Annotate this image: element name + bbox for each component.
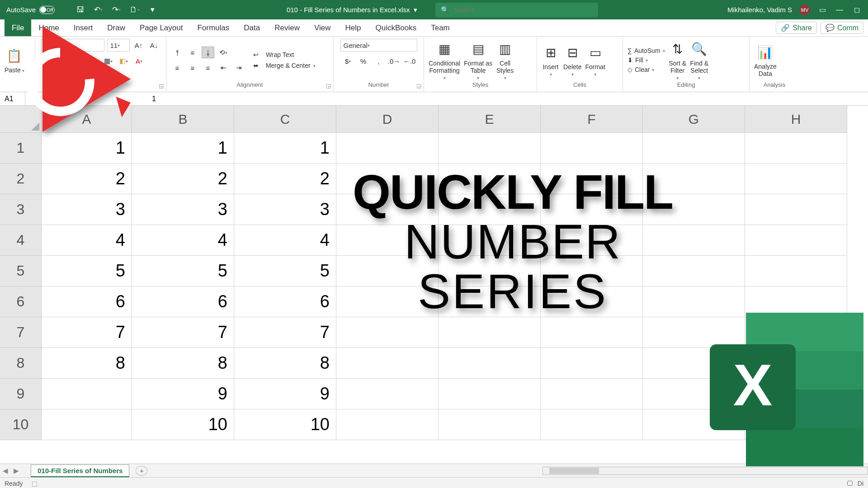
cell-C1[interactable]: 1 xyxy=(234,133,336,164)
cell-G9[interactable] xyxy=(643,379,745,409)
align-center-icon[interactable]: ≡ xyxy=(186,62,199,74)
row-header-10[interactable]: 10 xyxy=(0,409,42,440)
cell-A6[interactable]: 6 xyxy=(42,286,132,317)
cell-H4[interactable] xyxy=(745,225,847,256)
menu-tab-data[interactable]: Data xyxy=(236,19,267,36)
cell-G10[interactable] xyxy=(643,409,745,440)
menu-tab-file[interactable]: File xyxy=(5,19,31,36)
col-header-A[interactable]: A xyxy=(42,106,132,133)
currency-icon[interactable]: $ xyxy=(342,55,354,67)
row-header-7[interactable]: 7 xyxy=(0,317,42,348)
cell-B7[interactable]: 7 xyxy=(132,317,234,348)
bold-button[interactable]: B xyxy=(56,55,69,67)
orientation-icon[interactable]: ⟲ xyxy=(217,47,230,58)
user-avatar[interactable]: MV xyxy=(799,5,810,15)
macro-record-icon[interactable]: ⬚ xyxy=(32,480,38,487)
col-header-C[interactable]: C xyxy=(234,106,336,133)
cell-B5[interactable]: 5 xyxy=(132,256,234,286)
cell-C6[interactable]: 6 xyxy=(234,286,336,317)
col-header-D[interactable]: D xyxy=(336,106,439,133)
cell-B2[interactable]: 2 xyxy=(132,164,234,194)
redo-icon[interactable]: ↷ xyxy=(112,5,121,14)
font-color-button[interactable]: A xyxy=(133,55,146,67)
cell-H2[interactable] xyxy=(745,164,847,194)
align-left-icon[interactable]: ≡ xyxy=(171,62,184,74)
align-right-icon[interactable]: ≡ xyxy=(202,62,214,74)
cell-D6[interactable] xyxy=(336,286,439,317)
cell-H7[interactable] xyxy=(745,317,847,348)
cell-E1[interactable] xyxy=(439,133,541,164)
cell-G3[interactable] xyxy=(643,194,745,225)
row-header-3[interactable]: 3 xyxy=(0,194,42,225)
menu-tab-view[interactable]: View xyxy=(307,19,338,36)
undo-icon[interactable]: ↶ xyxy=(94,5,103,14)
decrease-font-icon[interactable]: A↓ xyxy=(148,39,160,51)
cell-F2[interactable] xyxy=(541,164,643,194)
cell-D2[interactable] xyxy=(336,164,439,194)
cell-D7[interactable] xyxy=(336,317,439,348)
menu-tab-team[interactable]: Team xyxy=(424,19,457,36)
decrease-decimal-icon[interactable]: ←.0 xyxy=(403,55,416,67)
clear-button[interactable]: ◇Clear xyxy=(627,66,665,73)
borders-button[interactable]: ▦ xyxy=(102,55,115,67)
cell-A4[interactable]: 4 xyxy=(42,225,132,256)
cell-F6[interactable] xyxy=(541,286,643,317)
row-header-4[interactable]: 4 xyxy=(0,225,42,256)
qat-customize-icon[interactable]: ▾ xyxy=(148,5,157,14)
menu-tab-home[interactable]: Home xyxy=(31,19,66,36)
cell-H9[interactable] xyxy=(745,379,847,409)
save-icon[interactable]: 🖫 xyxy=(76,5,85,14)
cell-D3[interactable] xyxy=(336,194,439,225)
cell-F9[interactable] xyxy=(541,379,643,409)
cell-A7[interactable]: 7 xyxy=(42,317,132,348)
new-file-icon[interactable]: 🗋 xyxy=(130,5,139,14)
cell-B6[interactable]: 6 xyxy=(132,286,234,317)
cell-A3[interactable]: 3 xyxy=(42,194,132,225)
cell-H3[interactable] xyxy=(745,194,847,225)
search-box[interactable]: 🔍 xyxy=(435,3,598,17)
comments-button[interactable]: 💬Comm xyxy=(821,22,863,34)
find-select-button[interactable]: 🔍Find & Select xyxy=(690,40,708,80)
cell-F3[interactable] xyxy=(541,194,643,225)
cell-A8[interactable]: 8 xyxy=(42,348,132,379)
cell-H5[interactable] xyxy=(745,256,847,286)
cell-G4[interactable] xyxy=(643,225,745,256)
cell-G1[interactable] xyxy=(643,133,745,164)
cell-B9[interactable]: 9 xyxy=(132,379,234,409)
increase-font-icon[interactable]: A↑ xyxy=(132,39,145,51)
sort-filter-button[interactable]: ⇅Sort & Filter xyxy=(669,40,687,80)
cell-C2[interactable]: 2 xyxy=(234,164,336,194)
cell-H10[interactable] xyxy=(745,409,847,440)
align-middle-icon[interactable]: ≡ xyxy=(186,47,199,58)
horizontal-scrollbar[interactable] xyxy=(542,467,868,475)
cell-E3[interactable] xyxy=(439,194,541,225)
cell-B1[interactable]: 1 xyxy=(132,133,234,164)
filename[interactable]: 010 - Fill Series of Numbers in Excel.xl… xyxy=(287,6,417,14)
merge-center-button[interactable]: ⬌ Merge & Center xyxy=(253,62,316,69)
cell-D4[interactable] xyxy=(336,225,439,256)
col-header-G[interactable]: G xyxy=(643,106,745,133)
cell-E2[interactable] xyxy=(439,164,541,194)
percent-icon[interactable]: % xyxy=(357,55,370,67)
cell-G7[interactable] xyxy=(643,317,745,348)
cell-C7[interactable]: 7 xyxy=(234,317,336,348)
add-sheet-button[interactable]: + xyxy=(136,466,147,476)
cell-B8[interactable]: 8 xyxy=(132,348,234,379)
decrease-indent-icon[interactable]: ⇤ xyxy=(217,62,230,74)
cell-H8[interactable] xyxy=(745,348,847,379)
number-format-select[interactable]: General xyxy=(340,39,417,52)
delete-cells-button[interactable]: ⊟Delete xyxy=(563,44,581,77)
menu-tab-insert[interactable]: Insert xyxy=(66,19,100,36)
font-name-select[interactable]: Calibri xyxy=(41,39,104,52)
col-header-B[interactable]: B xyxy=(132,106,234,133)
cell-E6[interactable] xyxy=(439,286,541,317)
conditional-formatting-button[interactable]: ▦Conditional Formatting xyxy=(429,40,460,80)
italic-button[interactable]: I xyxy=(71,55,84,67)
sheet-nav-prev[interactable]: ◀ xyxy=(0,467,11,475)
cell-B4[interactable]: 4 xyxy=(132,225,234,256)
menu-tab-review[interactable]: Review xyxy=(267,19,307,36)
cell-A1[interactable]: 1 xyxy=(42,133,132,164)
cell-D8[interactable] xyxy=(336,348,439,379)
underline-button[interactable]: U xyxy=(87,55,99,67)
col-header-E[interactable]: E xyxy=(439,106,541,133)
